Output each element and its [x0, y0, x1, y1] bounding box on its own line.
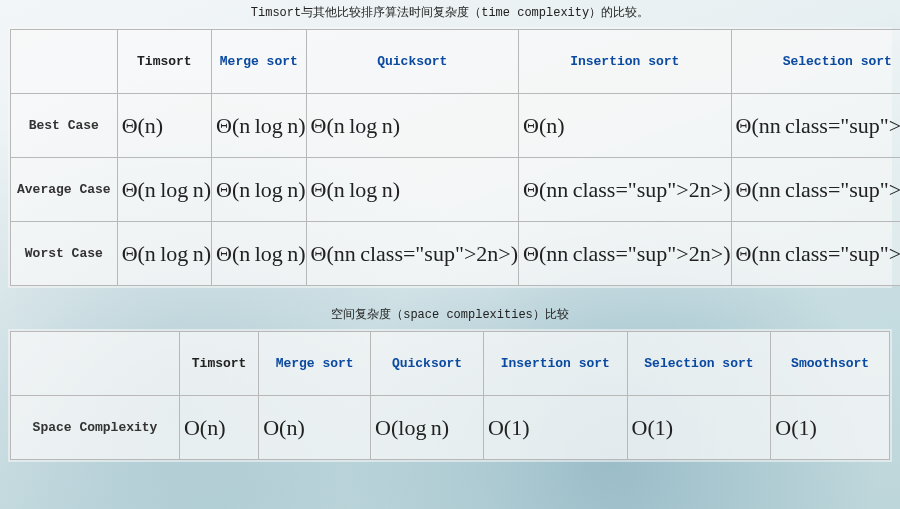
col-quicksort[interactable]: Quicksort: [306, 30, 518, 94]
formula: Θ(nn class="sup">2n>): [311, 241, 518, 266]
col-smoothsort[interactable]: Smoothsort: [771, 332, 890, 396]
cell: Θ(nn class="sup">2n>): [731, 94, 900, 158]
cell: Θ(n log n): [117, 158, 211, 222]
formula: O(1): [632, 415, 674, 440]
space-caption: 空间复杂度（space complexities）比较: [0, 306, 900, 323]
cell: Θ(n log n): [306, 158, 518, 222]
cell: Θ(nn class="sup">2n>): [731, 158, 900, 222]
col-selection-sort[interactable]: Selection sort: [627, 332, 771, 396]
col-merge-sort[interactable]: Merge sort: [212, 30, 306, 94]
cell: O(1): [483, 396, 627, 460]
row-best-case: Best Case: [11, 94, 118, 158]
cell: Θ(n log n): [117, 222, 211, 286]
formula: O(1): [775, 415, 817, 440]
cell: O(log n): [371, 396, 484, 460]
table-row: Worst Case Θ(n log n) Θ(n log n) Θ(nn cl…: [11, 222, 901, 286]
cell: Θ(n log n): [212, 222, 306, 286]
cell: O(1): [627, 396, 771, 460]
formula: Θ(nn class="sup">2n>): [736, 177, 901, 202]
table-row: Space Complexity O(n) O(n) O(log n) O(1)…: [11, 396, 890, 460]
cell: O(1): [771, 396, 890, 460]
formula: Θ(nn class="sup">2n>): [523, 177, 730, 202]
time-table-wrap: Timsort Merge sort Quicksort Insertion s…: [8, 27, 892, 288]
cell: Θ(nn class="sup">2n>): [306, 222, 518, 286]
formula: Θ(n log n): [122, 177, 211, 202]
cell: Θ(n log n): [306, 94, 518, 158]
col-insertion-sort[interactable]: Insertion sort: [483, 332, 627, 396]
cell: O(n): [179, 396, 258, 460]
cell: Θ(n log n): [212, 94, 306, 158]
col-merge-sort[interactable]: Merge sort: [259, 332, 371, 396]
row-space-complexity: Space Complexity: [11, 396, 180, 460]
cell: Θ(nn class="sup">2n>): [731, 222, 900, 286]
time-caption: Timsort与其他比较排序算法时间复杂度（time complexity）的比…: [0, 4, 900, 21]
cell: Θ(n): [117, 94, 211, 158]
cell: Θ(n log n): [212, 158, 306, 222]
formula: O(n): [263, 415, 305, 440]
cell: Θ(n): [519, 94, 731, 158]
cell: Θ(nn class="sup">2n>): [519, 158, 731, 222]
row-worst-case: Worst Case: [11, 222, 118, 286]
formula: O(1): [488, 415, 530, 440]
formula: Θ(n log n): [216, 177, 305, 202]
col-selection-sort[interactable]: Selection sort: [731, 30, 900, 94]
formula: O(n): [184, 415, 226, 440]
col-quicksort[interactable]: Quicksort: [371, 332, 484, 396]
formula: Θ(n): [122, 113, 164, 138]
formula: Θ(n log n): [216, 241, 305, 266]
formula: Θ(n log n): [311, 113, 400, 138]
table-row: Average Case Θ(n log n) Θ(n log n) Θ(n l…: [11, 158, 901, 222]
header-row: Timsort Merge sort Quicksort Insertion s…: [11, 332, 890, 396]
header-row: Timsort Merge sort Quicksort Insertion s…: [11, 30, 901, 94]
col-timsort: Timsort: [117, 30, 211, 94]
cell: Θ(nn class="sup">2n>): [519, 222, 731, 286]
corner-cell: [11, 332, 180, 396]
formula: Θ(n log n): [311, 177, 400, 202]
formula: Θ(n log n): [122, 241, 211, 266]
formula: Θ(nn class="sup">2n>): [523, 241, 730, 266]
space-table-wrap: Timsort Merge sort Quicksort Insertion s…: [8, 329, 892, 462]
formula: Θ(nn class="sup">2n>): [736, 113, 901, 138]
col-timsort: Timsort: [179, 332, 258, 396]
formula: Θ(n log n): [216, 113, 305, 138]
col-insertion-sort[interactable]: Insertion sort: [519, 30, 731, 94]
corner-cell: [11, 30, 118, 94]
formula: Θ(nn class="sup">2n>): [736, 241, 901, 266]
row-average-case: Average Case: [11, 158, 118, 222]
time-complexity-table: Timsort Merge sort Quicksort Insertion s…: [10, 29, 900, 286]
formula: O(log n): [375, 415, 449, 440]
formula: Θ(n): [523, 113, 565, 138]
cell: O(n): [259, 396, 371, 460]
space-complexity-table: Timsort Merge sort Quicksort Insertion s…: [10, 331, 890, 460]
table-row: Best Case Θ(n) Θ(n log n) Θ(n log n) Θ(n…: [11, 94, 901, 158]
